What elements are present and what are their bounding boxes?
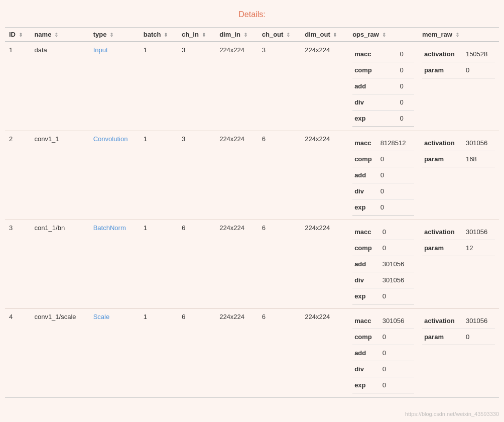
col-ch_in-sort-icon[interactable]: ⇕ bbox=[202, 32, 206, 38]
mem-row: activation301056 bbox=[422, 313, 495, 329]
ops-value: 301056 bbox=[381, 313, 414, 329]
mem-label: activation bbox=[422, 135, 464, 151]
ops-label: add bbox=[352, 345, 381, 361]
ops-value: 0 bbox=[398, 111, 414, 127]
ops-label: macc bbox=[352, 313, 381, 329]
ops-value: 0 bbox=[381, 345, 414, 361]
cell-ops_raw: macc0comp0add0div0exp0 bbox=[348, 42, 418, 131]
col-ops_raw-sort-icon[interactable]: ⇕ bbox=[382, 32, 386, 38]
ops-row: add0 bbox=[352, 167, 414, 183]
ops-row: comp0 bbox=[352, 62, 414, 78]
mem-row: activation301056 bbox=[422, 135, 495, 151]
cell-ch_in: 3 bbox=[178, 131, 215, 220]
ops-value: 0 bbox=[398, 62, 414, 78]
ops-value: 0 bbox=[398, 78, 414, 94]
cell-dim_in: 224x224 bbox=[215, 220, 258, 309]
cell-batch: 1 bbox=[140, 131, 178, 220]
ops-value: 0 bbox=[379, 183, 414, 199]
col-batch-sort-icon[interactable]: ⇕ bbox=[164, 32, 168, 38]
col-mem_raw-sort-icon[interactable]: ⇕ bbox=[455, 32, 459, 38]
table-row: 3con1_1/bnBatchNorm16224x2246224x224macc… bbox=[5, 220, 499, 309]
col-ch_out[interactable]: ch_out ⇕ bbox=[258, 28, 301, 42]
col-mem_raw-label: mem_raw bbox=[422, 31, 452, 38]
ops-label: comp bbox=[352, 62, 398, 78]
ops-label: comp bbox=[352, 151, 379, 167]
table-header-row: ID ⇕ name ⇕ type ⇕ batch ⇕ bbox=[5, 28, 499, 42]
col-type[interactable]: type ⇕ bbox=[89, 28, 140, 42]
table-row: 4conv1_1/scaleScale16224x2246224x224macc… bbox=[5, 309, 499, 398]
mem-value: 12 bbox=[464, 240, 495, 256]
mem-value: 0 bbox=[464, 62, 495, 78]
col-name[interactable]: name ⇕ bbox=[30, 28, 89, 42]
cell-dim_in: 224x224 bbox=[215, 309, 258, 398]
mem-value: 301056 bbox=[464, 224, 495, 240]
col-dim_out[interactable]: dim_out ⇕ bbox=[301, 28, 348, 42]
col-name-sort-icon[interactable]: ⇕ bbox=[54, 32, 58, 38]
col-dim_out-label: dim_out bbox=[305, 31, 330, 38]
watermark: https://blog.csdn.net/weixin_43593330 bbox=[405, 411, 499, 417]
col-type-label: type bbox=[93, 31, 107, 38]
cell-name: conv1_1 bbox=[30, 131, 89, 220]
ops-value: 0 bbox=[379, 199, 414, 216]
cell-type: Convolution bbox=[89, 131, 140, 220]
ops-row: exp0 bbox=[352, 111, 414, 127]
mem-row: param0 bbox=[422, 62, 495, 78]
cell-mem_raw: activation301056param12 bbox=[418, 220, 499, 309]
ops-label: add bbox=[352, 256, 381, 272]
ops-value: 0 bbox=[381, 240, 414, 256]
ops-label: macc bbox=[352, 46, 398, 62]
cell-name: con1_1/bn bbox=[30, 220, 89, 309]
cell-batch: 1 bbox=[140, 220, 178, 309]
ops-value: 0 bbox=[398, 46, 414, 62]
col-dim_in-sort-icon[interactable]: ⇕ bbox=[243, 32, 247, 38]
cell-ch_in: 3 bbox=[178, 42, 215, 131]
col-ops_raw[interactable]: ops_raw ⇕ bbox=[348, 28, 418, 42]
cell-id: 3 bbox=[5, 220, 30, 309]
ops-value: 0 bbox=[381, 377, 414, 393]
col-id-sort-icon[interactable]: ⇕ bbox=[19, 32, 23, 38]
mem-value: 0 bbox=[464, 329, 495, 345]
ops-row: macc0 bbox=[352, 224, 414, 240]
ops-row: comp0 bbox=[352, 240, 414, 256]
cell-type: BatchNorm bbox=[89, 220, 140, 309]
mem-row: param0 bbox=[422, 329, 495, 345]
cell-mem_raw: activation150528param0 bbox=[418, 42, 499, 131]
ops-value: 0 bbox=[398, 94, 414, 111]
ops-value: 0 bbox=[381, 224, 414, 240]
ops-label: macc bbox=[352, 135, 379, 151]
mem-value: 301056 bbox=[464, 135, 495, 151]
ops-row: add0 bbox=[352, 78, 414, 94]
mem-row: param168 bbox=[422, 151, 495, 167]
cell-dim_out: 224x224 bbox=[301, 309, 348, 398]
cell-ch_out: 6 bbox=[258, 220, 301, 309]
ops-value: 0 bbox=[381, 288, 414, 304]
ops-row: div301056 bbox=[352, 272, 414, 288]
ops-label: comp bbox=[352, 240, 381, 256]
mem-row: param12 bbox=[422, 240, 495, 256]
cell-ch_out: 6 bbox=[258, 131, 301, 220]
ops-label: div bbox=[352, 94, 398, 111]
cell-ops_raw: macc0comp0add301056div301056exp0 bbox=[348, 220, 418, 309]
col-ch_in[interactable]: ch_in ⇕ bbox=[178, 28, 215, 42]
cell-type: Input bbox=[89, 42, 140, 131]
ops-label: div bbox=[352, 361, 381, 377]
col-batch[interactable]: batch ⇕ bbox=[140, 28, 178, 42]
col-ch_out-sort-icon[interactable]: ⇕ bbox=[286, 32, 290, 38]
col-id[interactable]: ID ⇕ bbox=[5, 28, 30, 42]
cell-ch_out: 6 bbox=[258, 309, 301, 398]
col-dim_out-sort-icon[interactable]: ⇕ bbox=[333, 32, 337, 38]
cell-name: conv1_1/scale bbox=[30, 309, 89, 398]
col-dim_in[interactable]: dim_in ⇕ bbox=[215, 28, 258, 42]
ops-row: div0 bbox=[352, 94, 414, 111]
col-type-sort-icon[interactable]: ⇕ bbox=[109, 32, 113, 38]
ops-label: div bbox=[352, 183, 379, 199]
cell-id: 1 bbox=[5, 42, 30, 131]
ops-value: 0 bbox=[381, 329, 414, 345]
ops-row: add0 bbox=[352, 345, 414, 361]
ops-row: div0 bbox=[352, 183, 414, 199]
cell-ops_raw: macc8128512comp0add0div0exp0 bbox=[348, 131, 418, 220]
ops-label: exp bbox=[352, 377, 381, 393]
cell-mem_raw: activation301056param0 bbox=[418, 309, 499, 398]
col-mem_raw[interactable]: mem_raw ⇕ bbox=[418, 28, 499, 42]
mem-value: 301056 bbox=[464, 313, 495, 329]
